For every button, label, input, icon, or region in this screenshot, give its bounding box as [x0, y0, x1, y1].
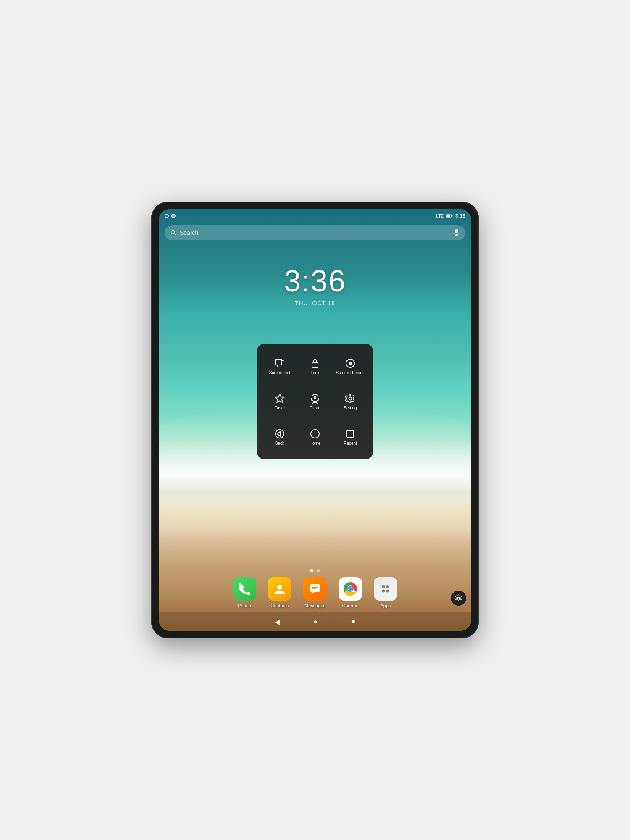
quick-menu-lock[interactable]: Lock — [298, 349, 332, 383]
dock-contacts[interactable]: Contacts — [268, 577, 291, 608]
nav-recent-button[interactable]: ■ — [351, 618, 355, 625]
svg-rect-5 — [455, 229, 458, 233]
chrome-label: Chrome — [342, 603, 358, 608]
dock-messages[interactable]: Messages — [303, 577, 327, 608]
microphone-icon[interactable] — [454, 229, 459, 236]
svg-point-36 — [458, 597, 460, 599]
svg-point-32 — [382, 585, 385, 588]
dock-apps[interactable]: Apps — [374, 577, 397, 608]
dock-phone[interactable]: Phone — [233, 577, 256, 608]
svg-rect-8 — [276, 359, 281, 365]
quick-menu-setting[interactable]: Setting — [333, 385, 367, 418]
contacts-icon-bg — [268, 577, 291, 601]
rocket-icon — [310, 393, 320, 404]
gear-icon — [345, 393, 356, 404]
svg-rect-1 — [452, 215, 452, 217]
quick-menu-screenshot[interactable]: Screenshot — [263, 349, 297, 383]
svg-point-21 — [311, 430, 319, 438]
setting-label: Setting — [344, 406, 357, 410]
signal-icon: LTE — [436, 214, 444, 218]
camera-dot-2 — [171, 214, 176, 218]
nav-back-button[interactable]: ◀ — [275, 618, 280, 626]
home-nav-icon — [310, 428, 320, 439]
settings-fab-icon — [455, 594, 462, 602]
favor-label: Favor — [274, 406, 285, 410]
svg-point-19 — [276, 430, 284, 438]
nav-bar: ◀ ● ■ — [159, 612, 471, 631]
crop-icon — [274, 358, 285, 369]
page-dot-1[interactable] — [310, 569, 313, 572]
quick-menu-screen-record[interactable]: Screen Recor... — [333, 349, 367, 383]
svg-marker-25 — [311, 592, 315, 594]
camera-dot-1 — [165, 214, 169, 218]
phone-icon-bg — [233, 577, 256, 601]
quick-menu-clean[interactable]: Clean — [298, 385, 332, 418]
quick-menu-home[interactable]: Home — [298, 420, 332, 454]
svg-marker-20 — [277, 431, 281, 436]
quick-menu-favor[interactable]: Favor — [263, 385, 297, 418]
svg-point-33 — [386, 585, 389, 588]
messages-icon-bg — [303, 577, 327, 601]
chrome-icon — [343, 581, 358, 596]
tablet-screen: LTE 3:19 Search — [159, 209, 471, 631]
recent-icon — [345, 428, 356, 439]
status-time: 3:19 — [455, 213, 465, 219]
dock-chrome[interactable]: Chrome — [339, 577, 362, 608]
tablet-device: LTE 3:19 Search — [151, 202, 479, 638]
back-icon — [274, 428, 285, 439]
camera-area — [165, 214, 176, 218]
apps-icon-bg — [374, 577, 397, 601]
nav-home-button[interactable]: ● — [313, 618, 318, 625]
record-icon — [345, 358, 356, 369]
apps-label: Apps — [380, 603, 391, 608]
lock-label: Lock — [310, 370, 319, 375]
status-right: LTE 3:19 — [436, 213, 465, 219]
svg-point-18 — [349, 397, 352, 400]
quick-menu-back[interactable]: Back — [263, 420, 297, 454]
screenshot-label: Screenshot — [269, 370, 291, 375]
clean-label: Clean — [310, 406, 320, 410]
page-dot-2[interactable] — [317, 569, 320, 572]
svg-point-17 — [314, 396, 316, 399]
clock-date: THU, OCT 18 — [159, 300, 471, 307]
phone-icon — [239, 583, 250, 595]
svg-point-34 — [382, 590, 385, 593]
svg-rect-24 — [310, 584, 320, 592]
status-bar: LTE 3:19 — [159, 209, 471, 223]
lock-icon — [310, 358, 320, 369]
svg-line-4 — [174, 234, 176, 236]
messages-icon — [309, 583, 321, 595]
dock: Phone Contacts — [159, 577, 471, 610]
star-icon — [274, 393, 285, 404]
home-label: Home — [310, 441, 321, 446]
contacts-icon — [274, 583, 286, 595]
search-bar[interactable]: Search — [165, 225, 465, 240]
search-icon — [171, 230, 176, 236]
svg-rect-22 — [347, 430, 354, 437]
messages-label: Messages — [304, 603, 326, 608]
recent-label: Recent — [344, 441, 357, 446]
quick-menu: Screenshot Lock Screen Recor... — [257, 344, 373, 459]
svg-point-31 — [349, 587, 352, 591]
battery-icon — [446, 214, 453, 218]
svg-point-35 — [386, 590, 389, 593]
screen-record-label: Screen Recor... — [336, 370, 365, 375]
contacts-label: Contacts — [270, 603, 289, 608]
page-indicators — [159, 569, 471, 572]
time-display: 3:36 THU, OCT 18 — [159, 264, 471, 307]
back-label: Back — [275, 441, 284, 446]
search-placeholder: Search — [180, 229, 454, 236]
svg-marker-16 — [275, 394, 284, 402]
settings-fab[interactable] — [451, 591, 466, 606]
svg-point-23 — [277, 585, 282, 590]
phone-label: Phone — [238, 603, 251, 608]
clock-time: 3:36 — [159, 264, 471, 298]
apps-icon — [380, 583, 391, 595]
svg-point-15 — [349, 362, 352, 365]
quick-menu-recent[interactable]: Recent — [333, 420, 367, 454]
chrome-icon-bg — [339, 577, 362, 601]
